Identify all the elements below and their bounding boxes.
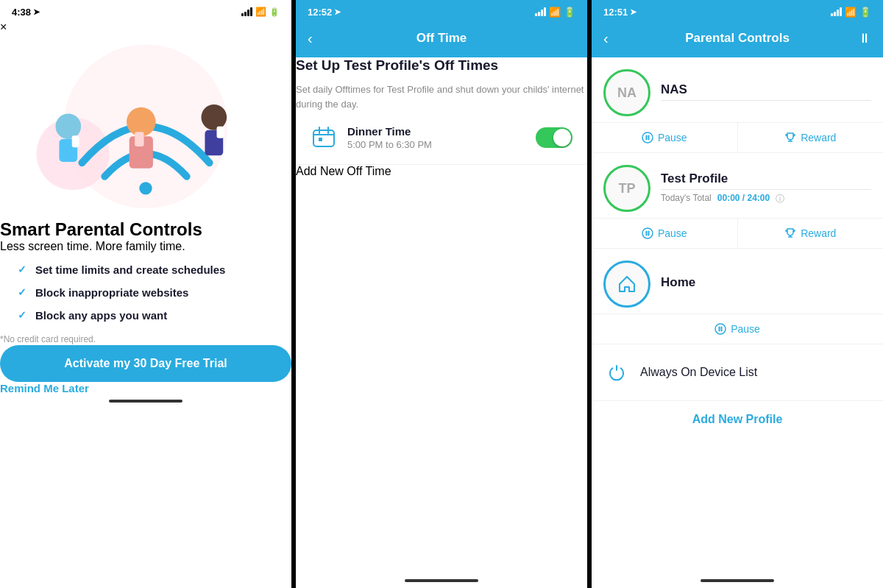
home-indicator-3 <box>701 579 774 582</box>
divider-tp <box>661 189 871 190</box>
profile-row-tp: TP Test Profile Today's Total 00:00 / 24… <box>592 153 883 218</box>
back-button-3[interactable]: ‹ <box>603 30 609 47</box>
home-indicator-2 <box>405 579 478 582</box>
battery-icon-2: 🔋 <box>564 7 575 18</box>
feature-item-2: ✓ Block inappropriate websites <box>18 286 274 299</box>
add-offtime-button[interactable]: Add New Off Time <box>296 165 587 178</box>
svg-point-3 <box>55 113 81 139</box>
offtime-name-0: Dinner Time <box>347 125 525 138</box>
wifi-icon: 📶 <box>255 7 266 17</box>
profile-card-home: Home Pause <box>592 249 883 344</box>
avatar-home <box>603 261 650 308</box>
subtitle: Less screen time. More family time. <box>0 240 291 253</box>
profile-name-nas: NAS <box>661 82 871 97</box>
features-list: ✓ Set time limits and create schedules ✓… <box>0 253 291 332</box>
action-row-home: Pause <box>592 314 883 344</box>
info-icon-tp[interactable]: ⓘ <box>776 193 784 205</box>
back-button-2[interactable]: ‹ <box>308 30 313 47</box>
pause-header-button[interactable]: ⏸ <box>858 31 871 46</box>
svg-rect-19 <box>319 138 322 141</box>
signal-icon-2 <box>535 7 546 16</box>
profile-name-section-nas: NAS <box>661 82 871 104</box>
action-row-nas: Pause Reward <box>592 122 883 152</box>
svg-rect-31 <box>719 327 720 332</box>
divider-nas <box>661 100 871 101</box>
svg-point-30 <box>715 324 726 334</box>
profile-name-home: Home <box>661 275 871 290</box>
nav-header-3: ‹ Parental Controls ⏸ <box>592 21 883 57</box>
nav-title-2: Off Time <box>416 31 467 46</box>
status-bar-3: 12:51 ➤ 📶 🔋 <box>592 0 883 21</box>
today-total-tp: Today's Total 00:00 / 24:00 ⓘ <box>661 193 871 205</box>
calendar-icon <box>311 124 337 151</box>
setup-section: Set Up Test Profile's Off Times Set dail… <box>296 57 587 111</box>
check-icon-3: ✓ <box>18 309 26 321</box>
today-value-tp: 00:00 / 24:00 <box>717 193 770 205</box>
screen3-content: NA NAS Pause <box>592 57 883 575</box>
power-icon <box>603 359 630 386</box>
svg-rect-32 <box>721 327 723 332</box>
battery-icon: 🔋 <box>269 7 280 17</box>
pause-button-nas[interactable]: Pause <box>592 123 738 152</box>
offtime-info-0: Dinner Time 5:00 PM to 6:30 PM <box>347 125 525 150</box>
pause-icon-nas <box>642 132 653 144</box>
setup-title: Set Up Test Profile's Off Times <box>296 57 587 74</box>
add-profile-section: Add New Profile <box>592 401 883 438</box>
check-icon-1: ✓ <box>18 263 26 275</box>
check-icon-2: ✓ <box>18 286 26 298</box>
add-profile-button[interactable]: Add New Profile <box>692 413 783 426</box>
status-bar-1: 4:38 ➤ 📶 🔋 <box>0 0 291 21</box>
signal-icon <box>241 7 252 16</box>
nav-header-2: ‹ Off Time <box>296 21 587 57</box>
feature-item-3: ✓ Block any apps you want <box>18 309 274 322</box>
svg-rect-11 <box>217 127 224 138</box>
battery-icon-3: 🔋 <box>859 7 871 18</box>
feature-label-3: Block any apps you want <box>35 309 167 322</box>
screen1: 4:38 ➤ 📶 🔋 × <box>0 0 291 588</box>
feature-item-1: ✓ Set time limits and create schedules <box>18 263 274 276</box>
pause-icon-home <box>714 323 726 335</box>
screen3: 12:51 ➤ 📶 🔋 ‹ Parental Controls ⏸ NA <box>592 0 883 588</box>
svg-rect-5 <box>72 135 79 147</box>
time-3: 12:51 <box>603 7 628 18</box>
tagline-section: Smart Parental Controls Less screen time… <box>0 219 291 253</box>
svg-point-9 <box>201 105 227 130</box>
home-indicator-1 <box>109 400 182 403</box>
status-bar-2: 12:52 ➤ 📶 🔋 <box>296 0 587 21</box>
svg-rect-21 <box>645 135 647 141</box>
home-icon <box>617 274 637 294</box>
remind-later-button[interactable]: Remind Me Later <box>0 378 89 399</box>
avatar-tp: TP <box>603 165 650 212</box>
trophy-icon-tp <box>784 227 796 239</box>
close-button[interactable]: × <box>0 21 291 34</box>
pause-button-tp[interactable]: Pause <box>592 219 738 248</box>
reward-button-tp[interactable]: Reward <box>738 219 884 248</box>
always-on-row[interactable]: Always On Device List <box>592 344 883 401</box>
svg-point-20 <box>642 132 653 143</box>
main-title: Smart Parental Controls <box>0 219 291 240</box>
trial-button[interactable]: Activate my 30 Day Free Trial <box>0 345 291 382</box>
profile-card-nas: NA NAS Pause <box>592 57 883 153</box>
trophy-icon-nas <box>784 132 796 144</box>
svg-rect-8 <box>135 132 143 146</box>
status-right-1: 📶 🔋 <box>241 7 280 17</box>
screen2: 12:52 ➤ 📶 🔋 ‹ Off Time Set Up Test Profi… <box>291 0 592 588</box>
offtime-toggle-0[interactable] <box>536 127 572 148</box>
profile-name-section-home: Home <box>661 275 871 293</box>
feature-label-2: Block inappropriate websites <box>35 286 188 299</box>
reward-button-nas[interactable]: Reward <box>738 123 884 152</box>
bottom-section: *No credit card required. Activate my 30… <box>0 332 291 395</box>
offtime-item-0[interactable]: Dinner Time 5:00 PM to 6:30 PM <box>296 111 587 165</box>
avatar-nas: NA <box>603 69 650 116</box>
profile-row-nas: NA NAS <box>592 57 883 122</box>
status-right-2: 📶 🔋 <box>535 7 575 18</box>
screen2-content: Set Up Test Profile's Off Times Set dail… <box>296 57 587 575</box>
time-2: 12:52 <box>308 7 332 18</box>
feature-label-1: Set time limits and create schedules <box>35 263 225 276</box>
nav-title-3: Parental Controls <box>685 31 790 46</box>
svg-rect-27 <box>648 231 649 236</box>
pause-button-home[interactable]: Pause <box>592 314 883 344</box>
no-credit-text: *No credit card required. <box>0 334 96 344</box>
profile-card-tp: TP Test Profile Today's Total 00:00 / 24… <box>592 153 883 249</box>
profile-name-section-tp: Test Profile Today's Total 00:00 / 24:00… <box>661 171 871 205</box>
